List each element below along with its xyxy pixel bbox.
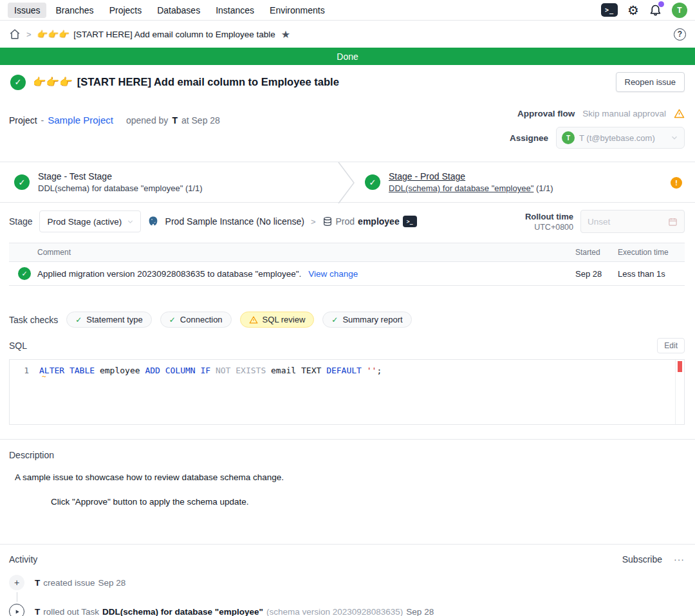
issue-title: 👉👉👉 [START HERE] Add email column to Emp… xyxy=(33,76,339,88)
rollout-time-field: Rollout time UTC+0800 Unset xyxy=(525,210,685,233)
table-row[interactable]: ✓ Applied migration version 202309280836… xyxy=(9,262,685,286)
check-pill-summary-report[interactable]: ✓ Summary report xyxy=(322,312,411,328)
chevron-right-icon: > xyxy=(311,217,316,227)
activity-schema-version: (schema version 20230928083635) xyxy=(266,607,403,616)
issue-meta: Project - Sample Project opened by T at … xyxy=(0,99,695,162)
editor-scrollbar[interactable] xyxy=(675,360,684,424)
check-pill-label: SQL review xyxy=(263,315,306,324)
assignee-select[interactable]: T T (t@bytebase.com) xyxy=(556,127,685,149)
activity-text: rolled out Task xyxy=(43,607,99,616)
nav-item-projects[interactable]: Projects xyxy=(103,3,149,18)
topbar-actions: >_ ⚙ T xyxy=(601,3,687,18)
check-pill-label: Statement type xyxy=(86,315,142,324)
issue-title-text: [START HERE] Add email column to Employe… xyxy=(77,76,339,88)
project-link[interactable]: Sample Project xyxy=(48,115,113,126)
user-avatar[interactable]: T xyxy=(672,3,687,18)
activity-timeline: + T created issue Sep 28 T rolled out Ta… xyxy=(9,575,685,616)
column-header-execution-time: Execution time xyxy=(618,248,685,257)
status-banner: Done xyxy=(0,48,695,65)
activity-label: Activity xyxy=(9,554,37,565)
check-pill-statement-type[interactable]: ✓ Statement type xyxy=(66,312,152,328)
stage-done-check-icon: ✓ xyxy=(365,174,380,190)
column-header-comment: Comment xyxy=(37,248,575,257)
rollout-time-input[interactable]: Unset xyxy=(580,210,685,233)
stage-select-label: Stage xyxy=(9,216,33,227)
task-success-check-icon: ✓ xyxy=(18,267,31,280)
star-icon[interactable]: ★ xyxy=(281,28,290,41)
sql-editor-icon[interactable]: >_ xyxy=(601,3,618,17)
issue-done-check-icon: ✓ xyxy=(10,75,26,90)
task-started: Sep 28 xyxy=(575,269,618,279)
column-header-started: Started xyxy=(575,248,618,257)
assignee-label: Assignee xyxy=(510,133,548,143)
chevron-down-icon xyxy=(126,218,134,226)
assignee-row: Assignee T T (t@bytebase.com) xyxy=(510,127,685,149)
scrollbar-warning-marker xyxy=(678,361,682,372)
description-text: A sample issue to showcase how to review… xyxy=(9,472,686,482)
task-checks-label: Task checks xyxy=(9,315,58,325)
notification-bell-icon[interactable] xyxy=(649,3,662,17)
rollout-time-label: Rollout time xyxy=(525,212,573,221)
gear-icon[interactable]: ⚙ xyxy=(627,4,639,17)
notification-dot xyxy=(658,1,664,7)
view-change-link[interactable]: View change xyxy=(308,269,358,279)
postgres-icon xyxy=(147,216,159,227)
stage-select[interactable]: Prod Stage (active) xyxy=(39,210,141,232)
breadcrumb-issue-title[interactable]: 👉👉👉 [START HERE] Add email column to Emp… xyxy=(37,29,275,39)
sql-code-line: 1 ALTER TABLE employee ADD COLUMN IF NOT… xyxy=(10,360,684,375)
project-dash: - xyxy=(41,115,44,126)
approval-flow-label: Approval flow xyxy=(517,109,575,118)
assignee-value: T (t@bytebase.com) xyxy=(579,133,665,143)
warning-triangle-icon xyxy=(674,108,685,119)
top-nav-bar: Issues Branches Projects Databases Insta… xyxy=(0,0,695,21)
subscribe-button[interactable]: Subscribe xyxy=(622,554,662,565)
home-icon[interactable] xyxy=(9,28,21,40)
sql-token: employee xyxy=(100,366,145,375)
check-pass-icon: ✓ xyxy=(169,315,176,324)
play-circle-icon xyxy=(9,604,24,616)
nav-item-environments[interactable]: Environments xyxy=(263,3,331,18)
status-banner-text: Done xyxy=(337,51,358,62)
activity-section: Activity Subscribe ··· + T created issue… xyxy=(0,545,695,616)
check-pass-icon: ✓ xyxy=(75,315,82,324)
stage-detail-bar: Stage Prod Stage (active) Prod Sample In… xyxy=(0,203,695,240)
sql-token: DEFAULT xyxy=(326,366,367,375)
task-checks: Task checks ✓ Statement type ✓ Connectio… xyxy=(0,312,695,328)
activity-date: Sep 28 xyxy=(406,607,434,616)
check-pill-label: Connection xyxy=(180,315,223,324)
nav-item-databases[interactable]: Databases xyxy=(151,3,207,18)
stage-title: Stage - Test Stage xyxy=(38,171,203,182)
stage-alert-icon[interactable]: ! xyxy=(671,177,682,189)
chevron-right-icon: > xyxy=(26,30,32,39)
nav-item-instances[interactable]: Instances xyxy=(209,3,261,18)
nav-item-branches[interactable]: Branches xyxy=(49,3,100,18)
description-label: Description xyxy=(9,450,686,460)
stage-tracker: ✓ Stage - Test Stage DDL(schema) for dat… xyxy=(0,162,695,203)
edit-sql-button[interactable]: Edit xyxy=(657,338,685,353)
open-sql-editor-icon[interactable]: >_ xyxy=(403,216,417,227)
check-pill-sql-review[interactable]: SQL review xyxy=(240,312,315,328)
instance-name[interactable]: Prod Sample Instance (No license) xyxy=(165,216,304,227)
sql-editor[interactable]: 1 ALTER TABLE employee ADD COLUMN IF NOT… xyxy=(9,359,685,425)
rollout-timezone: UTC+0800 xyxy=(525,223,573,232)
stage-card-test[interactable]: ✓ Stage - Test Stage DDL(schema) for dat… xyxy=(0,162,344,202)
issue-header: ✓ 👉👉👉 [START HERE] Add email column to E… xyxy=(0,65,695,99)
activity-date: Sep 28 xyxy=(98,578,126,588)
reopen-issue-button[interactable]: Reopen issue xyxy=(616,72,685,92)
help-icon[interactable]: ? xyxy=(674,28,686,41)
activity-actor: T xyxy=(35,607,40,616)
nav-item-issues[interactable]: Issues xyxy=(8,3,46,18)
stage-subtitle: DDL(schema) for database "employee" xyxy=(389,183,533,193)
sql-token: ADD COLUMN IF xyxy=(145,366,216,375)
project-label: Project xyxy=(9,115,37,126)
check-pill-connection[interactable]: ✓ Connection xyxy=(160,312,232,328)
description-text: Click "Approve" button to apply the sche… xyxy=(9,497,686,507)
activity-item-created: + T created issue Sep 28 xyxy=(9,575,685,590)
stage-card-prod[interactable]: ✓ Stage - Prod Stage DDL(schema) for dat… xyxy=(344,162,695,202)
opened-by-actor: T xyxy=(172,115,178,126)
sql-section: SQL Edit 1 ALTER TABLE employee ADD COLU… xyxy=(0,338,695,425)
breadcrumb-title-text: [START HERE] Add email column to Employe… xyxy=(73,30,275,39)
more-menu-icon[interactable]: ··· xyxy=(674,554,685,565)
stage-subtitle: DDL(schema) for database "employee" xyxy=(38,183,183,193)
database-breadcrumb[interactable]: Prod employee >_ xyxy=(322,216,417,227)
